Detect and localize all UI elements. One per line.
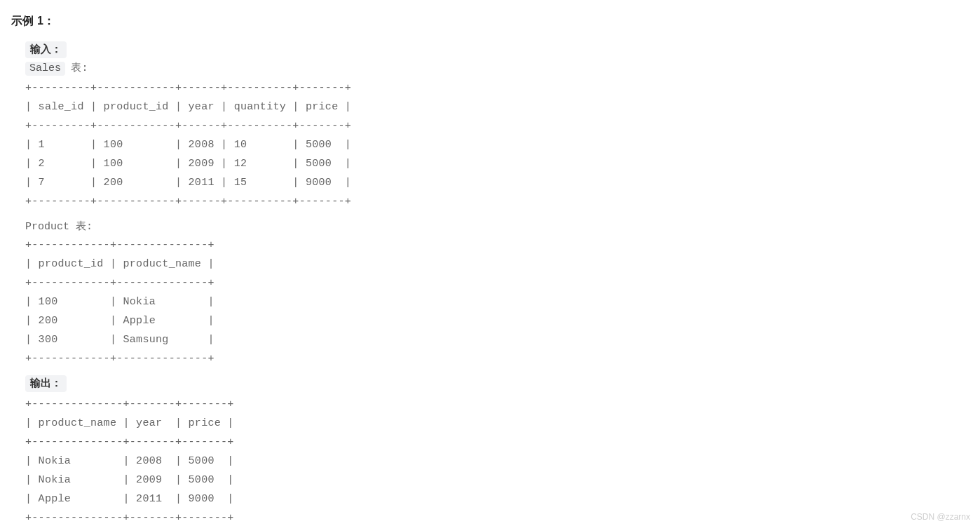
sales-suffix-text: 表: xyxy=(71,62,88,74)
output-ascii-table: +--------------+-------+-------+ | produ… xyxy=(25,395,969,526)
example-heading: 示例 1： xyxy=(11,14,969,29)
watermark-text: CSDN @zzarnx xyxy=(911,512,970,522)
example-content: 输入： Sales 表: +---------+------------+---… xyxy=(11,41,969,526)
sales-ascii-table: +---------+------------+------+---------… xyxy=(25,79,969,211)
input-label: 输入： xyxy=(25,41,67,58)
input-line: 输入： xyxy=(25,41,969,58)
sales-table-label-line: Sales 表: xyxy=(25,61,969,76)
output-label: 输出： xyxy=(25,375,67,392)
output-line: 输出： xyxy=(25,375,969,392)
sales-inline-code: Sales xyxy=(25,62,65,76)
product-table-label-line: Product 表: xyxy=(25,220,969,233)
product-ascii-table: +------------+--------------+ | product_… xyxy=(25,236,969,368)
